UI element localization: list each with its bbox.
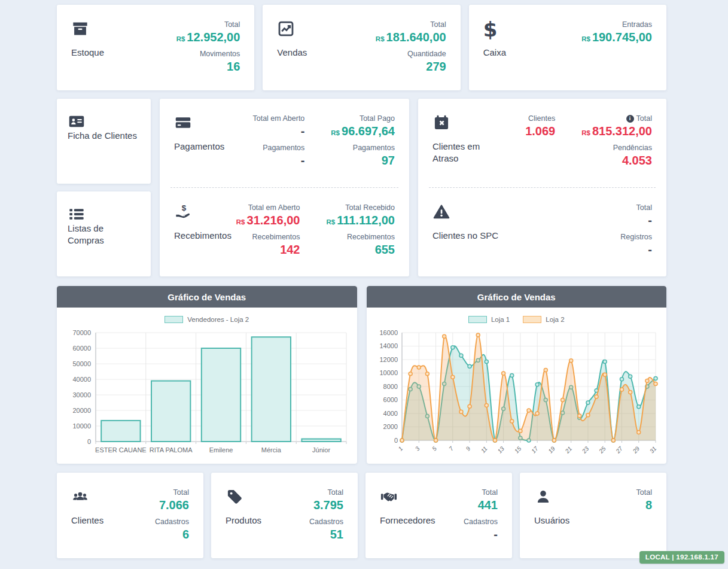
card-title: Estoque [71,47,104,59]
chart-title: Gráfico de Vendas [57,286,357,308]
legend-swatch [523,316,541,323]
svg-text:15: 15 [513,445,523,455]
legend-item-vendedores-loja2[interactable]: Vendedores - Loja 2 [165,316,249,323]
stat-value: R$190.745,00 [581,31,652,44]
users-icon [71,488,90,506]
stat-value: R$815.312,00 [581,124,652,138]
stat: Total em Aberto - [252,114,304,138]
svg-text:3: 3 [414,445,421,452]
svg-text:27: 27 [614,445,625,455]
card-title: Clientes em Atraso [432,141,484,165]
stat: iTotal R$815.312,00 [581,114,652,138]
user-icon [534,488,553,506]
stat-value: 4.053 [622,154,652,168]
svg-text:10000: 10000 [72,422,91,430]
stat-value: 142 [280,243,300,257]
section-recebimentos[interactable]: $ Recebimentos Total em Aberto R$31.216,… [160,188,409,276]
svg-text:7: 7 [448,445,455,452]
card-title: Fornecedores [380,515,435,527]
card-ficha-clientes[interactable]: Ficha de Clientes [57,99,151,184]
stat: Quantidade 279 [407,50,446,74]
legend-item-loja1[interactable]: Loja 1 [468,316,510,323]
section-pagamentos[interactable]: Pagamentos Total em Aberto - Pagamentos … [160,99,409,187]
svg-text:16000: 16000 [380,329,398,336]
card-fornecedores[interactable]: Fornecedores Total 441 Cadastros - [365,473,512,558]
card-title: Listas de Compras [68,223,119,247]
summary-row-middle: Ficha de Clientes Listas de Compras Paga… [57,99,666,276]
box-archive-icon [71,20,90,38]
stat: Pagamentos 97 [353,144,395,168]
svg-text:Júnior: Júnior [312,446,330,454]
stat-value: R$111.112,00 [327,214,395,227]
card-title: Caixa [483,47,506,59]
svg-text:9: 9 [465,445,472,452]
stat: Recebimentos 142 [252,233,300,257]
svg-text:40000: 40000 [72,376,91,383]
svg-text:RITA PALOMA: RITA PALOMA [150,446,193,454]
section-clientes-no-spc[interactable]: Clientes no SPC Total - Registros - [418,188,666,276]
card-title: Clientes [71,515,103,527]
svg-text:11: 11 [480,445,489,454]
stat-value: 3.795 [313,498,343,512]
stat-value: - [301,154,305,168]
chart-title: Gráfico de Vendas [367,286,667,308]
svg-text:50000: 50000 [72,360,91,367]
legend-item-loja2[interactable]: Loja 2 [523,316,564,323]
card-produtos[interactable]: Produtos Total 3.795 Cadastros 51 [211,473,358,558]
stat: Total 7.066 [159,488,189,512]
local-ip-badge: LOCAL | 192.168.1.17 [639,551,724,564]
stat: Total - [636,203,652,227]
section-clientes-em-atraso[interactable]: Clientes em Atraso Clientes 1.069 iTotal… [418,99,666,187]
svg-text:10000: 10000 [380,369,398,376]
stat-value: 279 [426,60,446,74]
card-title: Ficha de Clientes [68,130,140,142]
stat: Cadastros 6 [155,518,189,541]
stat-value: - [648,214,652,227]
handshake-icon [380,488,399,506]
stat-value: 1.069 [525,124,555,138]
summary-row-top: Estoque Total R$12.952,00 Movimentos 16 [57,5,666,90]
stat-value: 6 [182,528,189,541]
summary-row-bottom: Clientes Total 7.066 Cadastros 6 [57,473,666,558]
stat: Total 3.795 [313,488,343,512]
charts-row: Gráfico de Vendas Vendedores - Loja 2 01… [57,286,666,464]
svg-text:0: 0 [87,438,91,445]
stat: Entradas R$190.745,00 [581,20,652,44]
chart-legend: Loja 1 Loja 2 [468,316,565,323]
sales-bar-chart-card: Gráfico de Vendas Vendedores - Loja 2 01… [57,286,357,464]
card-caixa[interactable]: $ Caixa Entradas R$190.745,00 [469,5,666,90]
card-listas-compras[interactable]: Listas de Compras [57,191,151,276]
stat-value: - [648,243,652,257]
stat: Cadastros 51 [309,518,343,541]
stat-value: - [301,124,305,138]
stat-value: R$31.216,00 [236,214,300,227]
card-clientes-atraso-spc: Clientes em Atraso Clientes 1.069 iTotal… [418,99,666,276]
svg-text:29: 29 [631,445,641,455]
bar-chart: 010000200003000040000500006000070000ESTE… [63,325,351,462]
calendar-xmark-icon [432,114,452,132]
card-vendas[interactable]: Vendas Total R$181.640,00 Quantidade 279 [263,5,460,90]
svg-text:23: 23 [580,445,590,455]
svg-text:5: 5 [431,445,438,452]
svg-text:21: 21 [563,445,573,455]
svg-text:17: 17 [530,445,540,455]
tag-icon [226,488,245,506]
svg-text:70000: 70000 [72,329,91,336]
svg-text:4000: 4000 [383,410,398,417]
svg-text:ESTER CAUANE: ESTER CAUANE [95,446,147,454]
card-estoque[interactable]: Estoque Total R$12.952,00 Movimentos 16 [57,5,254,90]
stat: Total 441 [478,488,498,512]
stat-value: - [494,528,498,541]
card-usuarios[interactable]: Usuários Total 8 [520,473,666,558]
card-clientes[interactable]: Clientes Total 7.066 Cadastros 6 [57,473,203,558]
dashboard: Estoque Total R$12.952,00 Movimentos 16 [0,0,728,564]
list-icon [68,206,140,223]
svg-text:30000: 30000 [72,391,91,398]
svg-text:20000: 20000 [72,407,91,414]
stat: Total R$181.640,00 [376,20,446,44]
stat: Total 8 [636,488,652,512]
id-card-icon [68,113,140,130]
svg-text:31: 31 [648,445,658,455]
svg-text:14000: 14000 [380,342,398,349]
info-icon[interactable]: i [626,115,634,123]
